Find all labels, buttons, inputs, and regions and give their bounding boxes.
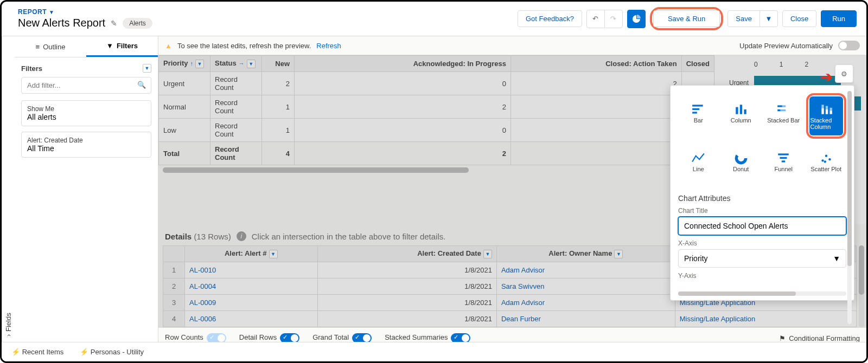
info-icon[interactable]: i — [237, 231, 246, 241]
filter-label: Alert: Created Date — [27, 137, 145, 144]
reason-link[interactable]: Missing/Late Application — [675, 311, 856, 327]
cell[interactable]: Urgent — [159, 72, 210, 95]
chart-type-column[interactable]: Column — [721, 93, 762, 132]
chart-type-stacked-column[interactable]: Stacked Column — [809, 96, 844, 135]
cell[interactable]: 1 — [262, 95, 295, 119]
chart-type-funnel[interactable]: Funnel — [763, 142, 804, 181]
undo-button[interactable]: ↶ — [586, 10, 605, 28]
toggle-chart-button[interactable] — [627, 10, 646, 28]
refresh-link[interactable]: Refresh — [316, 42, 341, 50]
donut-icon — [734, 151, 748, 166]
x-axis-select[interactable]: Priority▼ — [678, 249, 846, 268]
chart-type-scatter[interactable]: Scatter Plot — [806, 142, 847, 181]
col-alert-id[interactable]: Alert: Alert #▼ — [185, 246, 318, 262]
chart-type-stacked-bar[interactable]: Stacked Bar — [763, 93, 804, 132]
fields-side-tab[interactable]: › Fields — [2, 36, 15, 342]
col-owner[interactable]: Alert: Owner Name▼ — [496, 246, 675, 262]
save-button[interactable]: Save — [727, 10, 760, 27]
cell[interactable]: 1 — [262, 119, 295, 142]
breadcrumb[interactable]: REPORT▼ — [18, 8, 152, 16]
cell[interactable]: 0 — [510, 119, 681, 142]
toggle-label: Stacked Summaries — [385, 333, 448, 341]
conditional-formatting-button[interactable]: ⚑Conditional Formatting — [779, 334, 860, 342]
owner-link[interactable]: Dean Furber — [496, 311, 675, 327]
edit-title-icon[interactable]: ✎ — [111, 19, 117, 28]
col-closed-action[interactable]: Closed: Action Taken — [510, 56, 681, 72]
report-type-pill[interactable]: Alerts — [123, 18, 152, 29]
col-created[interactable]: Alert: Created Date▼ — [317, 246, 496, 262]
svg-rect-19 — [782, 160, 786, 162]
vertical-scrollbar[interactable] — [859, 245, 864, 327]
app-footer: ⚡ Recent Items ⚡ Personas - Utility — [2, 342, 866, 361]
svg-rect-11 — [821, 105, 824, 108]
cell[interactable]: 0 — [295, 119, 511, 142]
popover-v-scrollbar[interactable] — [847, 91, 852, 324]
fields-label: Fields — [4, 313, 12, 332]
toggle-label: Row Counts — [165, 333, 203, 341]
tab-filters[interactable]: ▼ Filters — [86, 36, 158, 57]
cell[interactable]: 2 — [262, 72, 295, 95]
cell[interactable]: Normal — [159, 95, 210, 119]
alert-link[interactable]: AL-0009 — [185, 295, 318, 311]
alert-link[interactable]: AL-0010 — [185, 262, 318, 278]
col-menu[interactable]: ▼ — [269, 250, 278, 258]
chart-type-line[interactable]: Line — [678, 142, 719, 181]
cell[interactable]: 3 — [510, 95, 681, 119]
chevron-down-icon: ▼ — [49, 9, 54, 15]
chart-type-donut[interactable]: Donut — [721, 142, 762, 181]
popover-h-scrollbar[interactable] — [678, 291, 846, 296]
col-priority[interactable]: Priority↑▼ — [159, 56, 210, 72]
svg-rect-4 — [740, 105, 742, 114]
personas-utility-button[interactable]: ⚡ Personas - Utility — [80, 348, 144, 356]
add-filter-input[interactable] — [21, 77, 151, 94]
recent-items-button[interactable]: ⚡ Recent Items — [11, 348, 63, 356]
col-menu[interactable]: ▼ — [195, 60, 204, 68]
tick: 1 — [780, 61, 783, 68]
svg-rect-17 — [778, 153, 789, 155]
filter-card-show-me[interactable]: Show Me All alerts — [21, 100, 151, 126]
rownum: 4 — [163, 311, 185, 327]
owner-link[interactable]: Adam Advisor — [496, 262, 675, 278]
chart-type-bar[interactable]: Bar — [678, 93, 719, 132]
report-header: REPORT▼ New Alerts Report ✎ Alerts Got F… — [2, 2, 866, 36]
cell[interactable]: 0 — [295, 72, 511, 95]
chart-title-label: Chart Title — [678, 207, 846, 215]
col-menu[interactable]: ▼ — [483, 250, 492, 258]
close-button[interactable]: Close — [782, 10, 816, 27]
alert-link[interactable]: AL-0004 — [185, 278, 318, 295]
save-and-run-button[interactable]: Save & Run — [653, 10, 720, 27]
horizontal-scrollbar[interactable] — [163, 167, 469, 173]
col-status[interactable]: Status→▼ — [210, 56, 262, 72]
cell: 5 — [510, 142, 681, 165]
alert-link[interactable]: AL-0006 — [185, 311, 318, 327]
col-menu[interactable]: ▼ — [247, 60, 256, 68]
svg-point-22 — [828, 158, 831, 160]
col-ack[interactable]: Acknowledged: In Progress — [295, 56, 511, 72]
cell[interactable]: Low — [159, 119, 210, 142]
chart-title-input[interactable] — [678, 217, 846, 235]
cell[interactable]: 2 — [510, 72, 681, 95]
redo-button[interactable]: ↷ — [604, 10, 623, 28]
line-icon — [691, 151, 705, 166]
owner-link[interactable]: Sara Swivven — [496, 278, 675, 295]
col-new[interactable]: New — [262, 56, 295, 72]
col-closed[interactable]: Closed — [681, 56, 714, 72]
page-title: New Alerts Report — [18, 17, 105, 29]
cell: Record Count — [210, 119, 262, 142]
filter-value: All Time — [27, 144, 145, 153]
cell: 1/8/2021 — [317, 278, 496, 295]
auto-preview-label: Update Preview Automatically — [739, 42, 833, 50]
svg-rect-18 — [780, 157, 787, 159]
run-button[interactable]: Run — [821, 10, 857, 27]
filter-card-created-date[interactable]: Alert: Created Date All Time — [21, 132, 151, 158]
cell[interactable]: 2 — [295, 95, 511, 119]
col-rownum — [163, 246, 185, 262]
auto-preview-toggle[interactable] — [838, 41, 860, 50]
chart-settings-button[interactable]: ⚙ — [835, 64, 853, 83]
col-menu[interactable]: ▼ — [614, 250, 623, 258]
save-menu-button[interactable]: ▼ — [760, 10, 778, 27]
tab-outline[interactable]: ≡ Outline — [15, 36, 86, 57]
filters-menu-button[interactable]: ▼ — [143, 64, 151, 73]
owner-link[interactable]: Adam Advisor — [496, 295, 675, 311]
feedback-button[interactable]: Got Feedback? — [518, 10, 582, 27]
